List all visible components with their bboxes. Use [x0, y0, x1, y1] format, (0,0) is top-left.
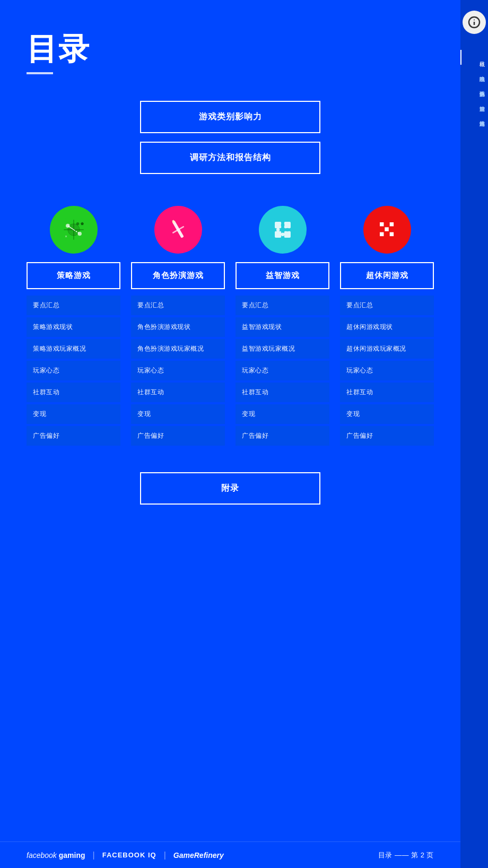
svg-point-23 [281, 223, 284, 227]
strategy-header-button[interactable]: 策略游戏 [27, 262, 120, 289]
appendix-button[interactable]: 附录 [140, 472, 320, 505]
game-refinery-logo: GameRefinery [173, 851, 224, 860]
casual-item-5[interactable]: 变现 [340, 404, 434, 424]
sidebar-navigation: 概目 战略游戏 玩游角色扮演 游戏益智 游戏休闲超 [460, 50, 488, 868]
facebook-iq-label: FACEBOOK IQ [102, 851, 156, 859]
svg-rect-20 [284, 222, 290, 228]
strategy-item-3[interactable]: 玩家心态 [27, 361, 120, 380]
rpg-icon [154, 206, 202, 254]
rpg-item-2[interactable]: 角色扮演游戏玩家概况 [131, 339, 225, 359]
strategy-item-2[interactable]: 策略游戏玩家概况 [27, 339, 120, 359]
rpg-category: 角色扮演游戏 要点汇总 角色扮演游戏现状 角色扮演游戏玩家概况 玩家心态 社群互… [131, 206, 225, 446]
rpg-item-4[interactable]: 社群互动 [131, 383, 225, 402]
svg-point-18 [268, 216, 296, 244]
svg-point-26 [285, 228, 289, 232]
puzzle-item-4[interactable]: 社群互动 [236, 383, 329, 402]
sidebar-item-overview[interactable]: 概目 [460, 50, 488, 65]
game-category-influence-button[interactable]: 游戏类别影响力 [140, 101, 320, 133]
rpg-item-0[interactable]: 要点汇总 [131, 296, 225, 315]
svg-point-25 [276, 228, 280, 232]
svg-rect-22 [284, 231, 290, 238]
svg-point-7 [66, 224, 69, 228]
sidebar-item-puzzle[interactable]: 游戏益智 [460, 94, 488, 109]
strategy-item-4[interactable]: 社群互动 [27, 383, 120, 402]
casual-category: 超休闲游戏 要点汇总 超休闲游戏现状 超休闲游戏玩家概况 玩家心态 社群互动 变… [340, 206, 434, 446]
casual-item-1[interactable]: 超休闲游戏现状 [340, 317, 434, 337]
footer-left: facebook gaming | FACEBOOK IQ | GameRefi… [27, 850, 224, 860]
strategy-item-0[interactable]: 要点汇总 [27, 296, 120, 315]
main-content: 目录 游戏类别影响力 调研方法和报告结构 × ⬟ [0, 0, 460, 868]
svg-point-24 [281, 232, 284, 236]
rpg-item-5[interactable]: 变现 [131, 404, 225, 424]
footer: facebook gaming | FACEBOOK IQ | GameRefi… [0, 841, 460, 868]
casual-icon [363, 206, 411, 254]
svg-rect-31 [380, 227, 384, 231]
svg-rect-30 [389, 222, 393, 226]
puzzle-icon [259, 206, 307, 254]
rpg-header-button[interactable]: 角色扮演游戏 [131, 262, 225, 289]
rpg-items: 要点汇总 角色扮演游戏现状 角色扮演游戏玩家概况 玩家心态 社群互动 变现 广告… [131, 296, 225, 446]
rpg-item-3[interactable]: 玩家心态 [131, 361, 225, 380]
strategy-item-5[interactable]: 变现 [27, 404, 120, 424]
strategy-category: × ⬟ 策略游戏 要点汇总 策略游戏现状 策略游戏玩家概况 玩家心态 社群互动 … [27, 206, 120, 446]
strategy-item-6[interactable]: 广告偏好 [27, 426, 120, 446]
svg-text:×: × [65, 234, 67, 239]
casual-item-0[interactable]: 要点汇总 [340, 296, 434, 315]
title-underline [27, 72, 53, 74]
strategy-item-1[interactable]: 策略游戏现状 [27, 317, 120, 337]
puzzle-items: 要点汇总 益智游戏现状 益智游戏玩家概况 玩家心态 社群互动 变现 广告偏好 [236, 296, 329, 446]
casual-item-3[interactable]: 玩家心态 [340, 361, 434, 380]
bottom-section: 附录 [27, 472, 434, 505]
research-method-button[interactable]: 调研方法和报告结构 [140, 142, 320, 174]
puzzle-item-1[interactable]: 益智游戏现状 [236, 317, 329, 337]
facebook-gaming-logo: facebook gaming [27, 851, 85, 860]
svg-rect-32 [385, 227, 388, 231]
footer-page-info: 目录 —— 第 2 页 [378, 850, 434, 860]
puzzle-item-5[interactable]: 变现 [236, 404, 329, 424]
footer-divider-2: | [164, 850, 166, 860]
puzzle-item-2[interactable]: 益智游戏玩家概况 [236, 339, 329, 359]
svg-rect-19 [275, 222, 281, 228]
top-buttons-section: 游戏类别影响力 调研方法和报告结构 [27, 101, 434, 174]
sidebar-item-rpg[interactable]: 玩游角色扮演 [460, 80, 488, 94]
categories-section: × ⬟ 策略游戏 要点汇总 策略游戏现状 策略游戏玩家概况 玩家心态 社群互动 … [27, 206, 434, 446]
puzzle-item-6[interactable]: 广告偏好 [236, 426, 329, 446]
rpg-item-6[interactable]: 广告偏好 [131, 426, 225, 446]
casual-item-2[interactable]: 超休闲游戏玩家概况 [340, 339, 434, 359]
info-button[interactable] [463, 11, 486, 34]
casual-header-button[interactable]: 超休闲游戏 [340, 262, 434, 289]
sidebar-item-casual[interactable]: 游戏休闲超 [460, 109, 488, 124]
puzzle-category: 益智游戏 要点汇总 益智游戏现状 益智游戏玩家概况 玩家心态 社群互动 变现 广… [236, 206, 329, 446]
casual-item-6[interactable]: 广告偏好 [340, 426, 434, 446]
svg-point-2 [474, 20, 475, 21]
svg-rect-21 [275, 231, 281, 238]
svg-point-9 [76, 222, 79, 225]
svg-rect-34 [380, 232, 384, 236]
page-title: 目录 [27, 32, 434, 66]
svg-rect-36 [389, 232, 393, 236]
rpg-item-1[interactable]: 角色扮演游戏现状 [131, 317, 225, 337]
puzzle-header-button[interactable]: 益智游戏 [236, 262, 329, 289]
right-sidebar: 概目 战略游戏 玩游角色扮演 游戏益智 游戏休闲超 [460, 0, 488, 868]
casual-items: 要点汇总 超休闲游戏现状 超休闲游戏玩家概况 玩家心态 社群互动 变现 广告偏好 [340, 296, 434, 446]
svg-point-8 [77, 232, 81, 236]
strategy-icon: × ⬟ [50, 206, 98, 254]
svg-rect-29 [385, 222, 388, 226]
svg-text:⬟: ⬟ [81, 221, 84, 225]
svg-rect-28 [380, 222, 384, 226]
footer-divider-1: | [93, 850, 95, 860]
svg-rect-33 [389, 227, 393, 231]
sidebar-item-strategy[interactable]: 战略游戏 [460, 65, 488, 80]
puzzle-item-0[interactable]: 要点汇总 [236, 296, 329, 315]
strategy-items: 要点汇总 策略游戏现状 策略游戏玩家概况 玩家心态 社群互动 变现 广告偏好 [27, 296, 120, 446]
casual-item-4[interactable]: 社群互动 [340, 383, 434, 402]
svg-rect-35 [385, 232, 388, 236]
puzzle-item-3[interactable]: 玩家心态 [236, 361, 329, 380]
